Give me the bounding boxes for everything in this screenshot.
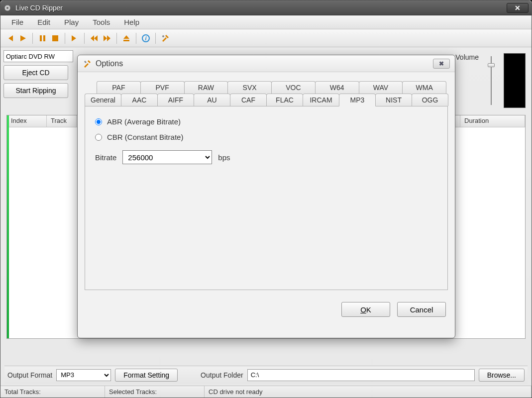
bitrate-label: Bitrate: [95, 153, 116, 162]
pause-icon[interactable]: [37, 33, 48, 44]
ok-button[interactable]: OK: [341, 302, 390, 317]
start-ripping-button[interactable]: Start Ripping: [3, 83, 68, 98]
dialog-title: Options: [96, 59, 433, 68]
skip-prev-icon[interactable]: [4, 33, 15, 44]
dialog-close-button[interactable]: ✖: [433, 59, 450, 69]
tab-aac[interactable]: AAC: [121, 94, 158, 106]
menu-file[interactable]: File: [4, 17, 30, 27]
eject-cd-button[interactable]: Eject CD: [3, 65, 68, 80]
status-total-tracks: Total Tracks:: [0, 386, 105, 398]
radio-abr-label: ABR (Average Bitrate): [107, 117, 181, 126]
cancel-button[interactable]: Cancel: [397, 302, 446, 317]
tab-wma[interactable]: WMA: [402, 81, 446, 94]
app-icon: [3, 4, 11, 12]
skip-next-icon[interactable]: [69, 33, 80, 44]
bottom-controls: Output Format MP3 Format Setting Output …: [4, 366, 528, 384]
svg-rect-2: [40, 35, 42, 41]
col-index[interactable]: Index: [7, 115, 47, 127]
tab-au[interactable]: AU: [194, 94, 230, 106]
tab-w64[interactable]: W64: [315, 81, 359, 94]
col-duration[interactable]: Duration: [460, 115, 525, 127]
tab-paf[interactable]: PAF: [97, 81, 141, 94]
radio-cbr[interactable]: CBR (Constant Bitrate): [95, 133, 437, 141]
drive-selector[interactable]: [3, 50, 73, 62]
svg-text:i: i: [145, 35, 147, 41]
eject-icon[interactable]: [121, 33, 132, 44]
window-close-button[interactable]: ✕: [507, 3, 529, 13]
wrench-icon: [83, 59, 92, 68]
status-drive: CD drive not ready: [205, 386, 532, 398]
vu-meter: [504, 53, 526, 108]
tab-ogg[interactable]: OGG: [412, 94, 448, 106]
tab-wav[interactable]: WAV: [359, 81, 403, 94]
statusbar: Total Tracks: Selected Tracks: CD drive …: [0, 386, 532, 398]
radio-abr[interactable]: ABR (Average Bitrate): [95, 117, 437, 126]
svg-rect-4: [52, 35, 58, 41]
toolbar-separator: [32, 33, 33, 44]
titlebar: Live CD Ripper ✕: [0, 0, 532, 15]
right-panel: Volume: [455, 53, 526, 108]
format-setting-button[interactable]: Format Setting: [115, 369, 178, 382]
menu-tools[interactable]: Tools: [86, 17, 117, 27]
toolbar: i: [0, 29, 532, 47]
output-folder-input[interactable]: [247, 369, 475, 381]
col-track[interactable]: Track: [47, 115, 77, 127]
menu-edit[interactable]: Edit: [30, 17, 57, 27]
bitrate-row: Bitrate 256000 bps: [95, 150, 437, 164]
tab-voc[interactable]: VOC: [271, 81, 316, 94]
menubar: File Edit Play Tools Help: [0, 15, 532, 29]
fast-forward-icon[interactable]: [102, 33, 112, 44]
toolbar-separator: [84, 33, 85, 44]
options-dialog: Options ✖ PAF PVF RAW SVX VOC W64 WAV WM…: [77, 55, 455, 338]
bitrate-unit: bps: [218, 153, 230, 162]
dialog-buttons: OK Cancel: [78, 295, 455, 324]
radio-abr-input[interactable]: [95, 118, 102, 125]
tools-icon[interactable]: [160, 33, 171, 44]
tab-row-1: PAF PVF RAW SVX VOC W64 WAV WMA: [85, 81, 448, 94]
tab-aiff[interactable]: AIFF: [157, 94, 194, 106]
svg-point-7: [162, 35, 164, 37]
tab-nist[interactable]: NIST: [375, 94, 412, 106]
volume-label: Volume: [455, 53, 479, 61]
toolbar-separator: [116, 33, 117, 44]
browse-button[interactable]: Browse...: [479, 369, 525, 382]
tab-svx[interactable]: SVX: [227, 81, 272, 94]
rewind-icon[interactable]: [89, 33, 100, 44]
menu-help[interactable]: Help: [117, 17, 146, 27]
tab-row-2: General AAC AIFF AU CAF FLAC IRCAM MP3 N…: [85, 94, 448, 106]
tab-mp3[interactable]: MP3: [339, 94, 376, 106]
radio-cbr-label: CBR (Constant Bitrate): [107, 133, 183, 141]
stop-icon[interactable]: [50, 33, 61, 44]
svg-rect-3: [43, 35, 45, 41]
svg-point-1: [6, 7, 8, 9]
output-format-label: Output Format: [7, 371, 52, 379]
play-icon[interactable]: [17, 33, 28, 44]
tab-area: PAF PVF RAW SVX VOC W64 WAV WMA General …: [78, 72, 455, 295]
menu-play[interactable]: Play: [57, 17, 86, 27]
status-selected-tracks: Selected Tracks:: [105, 386, 205, 398]
output-format-select[interactable]: MP3: [56, 369, 111, 381]
grid-edge-decoration: [7, 115, 9, 338]
radio-cbr-input[interactable]: [95, 134, 102, 141]
output-folder-label: Output Folder: [201, 371, 243, 379]
tab-pvf[interactable]: PVF: [140, 81, 185, 94]
window-title: Live CD Ripper: [15, 4, 507, 12]
toolbar-separator: [155, 33, 156, 44]
bitrate-select[interactable]: 256000: [122, 150, 212, 164]
tab-raw[interactable]: RAW: [184, 81, 228, 94]
tab-general[interactable]: General: [85, 94, 121, 106]
info-icon[interactable]: i: [140, 33, 151, 44]
toolbar-separator: [65, 33, 65, 44]
toolbar-separator: [136, 33, 136, 44]
tab-caf[interactable]: CAF: [230, 94, 267, 106]
tab-flac[interactable]: FLAC: [266, 94, 303, 106]
volume-slider[interactable]: [484, 53, 499, 108]
tab-ircam[interactable]: IRCAM: [303, 94, 339, 106]
tab-content-mp3: ABR (Average Bitrate) CBR (Constant Bitr…: [85, 106, 448, 290]
dialog-titlebar: Options ✖: [78, 55, 455, 72]
